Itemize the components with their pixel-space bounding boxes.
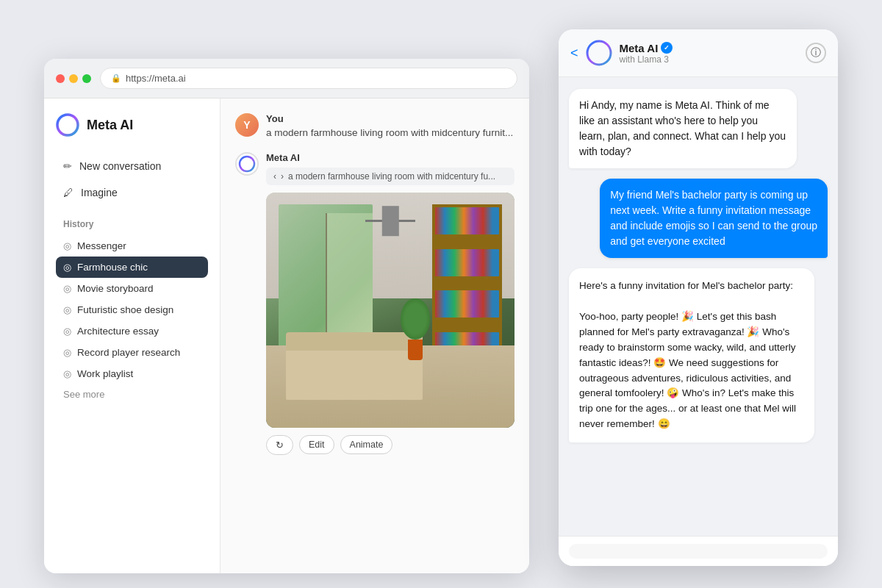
- user-message-text: a modern farmhouse living room with midc…: [266, 126, 514, 140]
- plant-leaves: [401, 298, 431, 340]
- history-icon-messenger: ◎: [63, 240, 71, 251]
- history-title: History: [56, 219, 208, 229]
- mobile-info-button[interactable]: ⓘ: [806, 43, 826, 63]
- bookshelf-row-3: [435, 290, 499, 318]
- meta-ai-avatar: [235, 152, 259, 176]
- verified-badge: ✓: [661, 42, 673, 54]
- mobile-chat-header: < Meta AI ✓ with Llama 3 ⓘ: [559, 29, 838, 77]
- url-text: https://meta.ai: [126, 73, 186, 84]
- history-label-shoe: Futuristic shoe design: [77, 304, 173, 315]
- mobile-back-button[interactable]: <: [570, 46, 578, 61]
- browser-toolbar: 🔒 https://meta.ai: [44, 59, 529, 98]
- maximize-dot[interactable]: [82, 74, 91, 83]
- url-bar[interactable]: 🔒 https://meta.ai: [100, 68, 517, 89]
- edit-button[interactable]: Edit: [299, 435, 334, 454]
- mobile-chat-messages: Hi Andy, my name is Meta AI. Think of me…: [559, 77, 838, 536]
- plant-pot: [408, 340, 423, 360]
- fan-blades: [365, 220, 415, 222]
- history-item-movie-storyboard[interactable]: ◎ Movie storyboard: [56, 278, 208, 299]
- browser-window: 🔒 https://meta.ai Met: [44, 59, 529, 573]
- room-scene: [266, 193, 514, 428]
- chat-main: Y You a modern farmhouse living room wit…: [220, 98, 529, 573]
- svg-point-1: [240, 157, 254, 171]
- sidebar-item-imagine[interactable]: 🖊 Imagine: [56, 181, 208, 204]
- ceiling-fan: [365, 211, 415, 239]
- history-icon-farmhouse: ◎: [63, 262, 71, 273]
- refresh-button[interactable]: ↻: [266, 435, 293, 455]
- toolbar-arrow-left[interactable]: ‹: [273, 171, 276, 182]
- history-item-work-playlist[interactable]: ◎ Work playlist: [56, 363, 208, 384]
- sidebar-item-new-conversation[interactable]: ✏ New conversation: [56, 154, 208, 178]
- meta-ai-logo: Meta AI: [56, 113, 208, 137]
- mobile-header-info: Meta AI ✓ with Llama 3: [620, 42, 798, 65]
- history-item-architecture-essay[interactable]: ◎ Architecture essay: [56, 320, 208, 342]
- history-icon-playlist: ◎: [63, 368, 71, 379]
- generated-image: [266, 193, 514, 428]
- new-conversation-label: New conversation: [79, 160, 161, 172]
- meta-ai-logo-text: Meta AI: [87, 118, 133, 133]
- mobile-bottom-bar: [559, 536, 838, 566]
- imagine-label: Imagine: [81, 187, 118, 198]
- user-avatar: Y: [235, 113, 259, 137]
- mobile-bot-response-text: Here's a funny invitation for Mel's bach…: [579, 280, 796, 429]
- meta-ai-response: Meta AI ‹ › a modern farmhouse living ro…: [266, 152, 514, 455]
- sidebar-nav: ✏ New conversation 🖊 Imagine: [56, 154, 208, 204]
- new-conversation-icon: ✏: [63, 160, 72, 172]
- svg-point-2: [587, 41, 611, 65]
- browser-content: Meta AI ✏ New conversation 🖊 Imagine His…: [44, 98, 529, 573]
- see-more-button[interactable]: See more: [56, 384, 208, 404]
- bookshelf-row-2: [435, 249, 499, 276]
- imagine-prompt-text: a modern farmhouse living room with midc…: [288, 171, 507, 182]
- bookshelf-row-1: [435, 207, 499, 234]
- mobile-header-name-text: Meta AI: [620, 42, 659, 54]
- sidebar: Meta AI ✏ New conversation 🖊 Imagine His…: [44, 98, 220, 573]
- imagine-toolbar: ‹ › a modern farmhouse living room with …: [266, 168, 514, 185]
- history-item-record-player[interactable]: ◎ Record player research: [56, 342, 208, 363]
- user-message-content: You a modern farmhouse living room with …: [266, 113, 514, 140]
- toolbar-arrow-right[interactable]: ›: [281, 171, 284, 182]
- meta-ai-row: Meta AI ‹ › a modern farmhouse living ro…: [235, 152, 514, 455]
- mobile-meta-avatar: [586, 40, 612, 66]
- history-section: History ◎ Messenger ◎ Farmhouse chic ◎ M…: [56, 219, 208, 404]
- history-icon-record: ◎: [63, 347, 71, 358]
- minimize-dot[interactable]: [69, 74, 78, 83]
- user-message-row: Y You a modern farmhouse living room wit…: [235, 113, 514, 140]
- history-label-architecture: Architecture essay: [77, 326, 159, 337]
- animate-button[interactable]: Animate: [340, 435, 393, 454]
- room-plant: [401, 298, 431, 357]
- user-message-name: You: [266, 113, 514, 124]
- history-icon-movie: ◎: [63, 283, 71, 294]
- svg-point-0: [57, 115, 78, 135]
- meta-logo-small: [238, 155, 256, 173]
- browser-dots: [56, 74, 91, 83]
- chat-messages: Y You a modern farmhouse living room wit…: [220, 98, 529, 573]
- mobile-chat-panel: < Meta AI ✓ with Llama 3 ⓘ Hi Andy, my n…: [559, 29, 838, 566]
- mobile-user-bubble-1: My friend Mel's bachelor party is coming…: [600, 179, 828, 258]
- image-actions: ↻ Edit Animate: [266, 435, 514, 455]
- history-label-playlist: Work playlist: [77, 368, 133, 379]
- history-item-futuristic-shoe[interactable]: ◎ Futuristic shoe design: [56, 299, 208, 320]
- mobile-header-name: Meta AI ✓: [620, 42, 798, 54]
- mobile-bot-bubble-2: Here's a funny invitation for Mel's bach…: [569, 268, 814, 442]
- history-label-farmhouse: Farmhouse chic: [77, 262, 148, 273]
- mobile-header-subtitle: with Llama 3: [620, 54, 798, 65]
- imagine-icon: 🖊: [63, 187, 74, 198]
- history-label-record: Record player research: [77, 347, 180, 358]
- lock-icon: 🔒: [111, 74, 121, 83]
- mobile-bot-bubble-1: Hi Andy, my name is Meta AI. Think of me…: [569, 89, 797, 168]
- history-label-messenger: Messenger: [77, 240, 126, 251]
- history-icon-shoe: ◎: [63, 304, 71, 315]
- history-label-movie: Movie storyboard: [77, 283, 154, 294]
- history-item-farmhouse-chic[interactable]: ◎ Farmhouse chic: [56, 257, 208, 278]
- meta-ai-response-name: Meta AI: [266, 152, 514, 163]
- history-icon-architecture: ◎: [63, 326, 71, 337]
- meta-logo-icon: [56, 113, 79, 137]
- history-item-messenger[interactable]: ◎ Messenger: [56, 235, 208, 257]
- close-dot[interactable]: [56, 74, 65, 83]
